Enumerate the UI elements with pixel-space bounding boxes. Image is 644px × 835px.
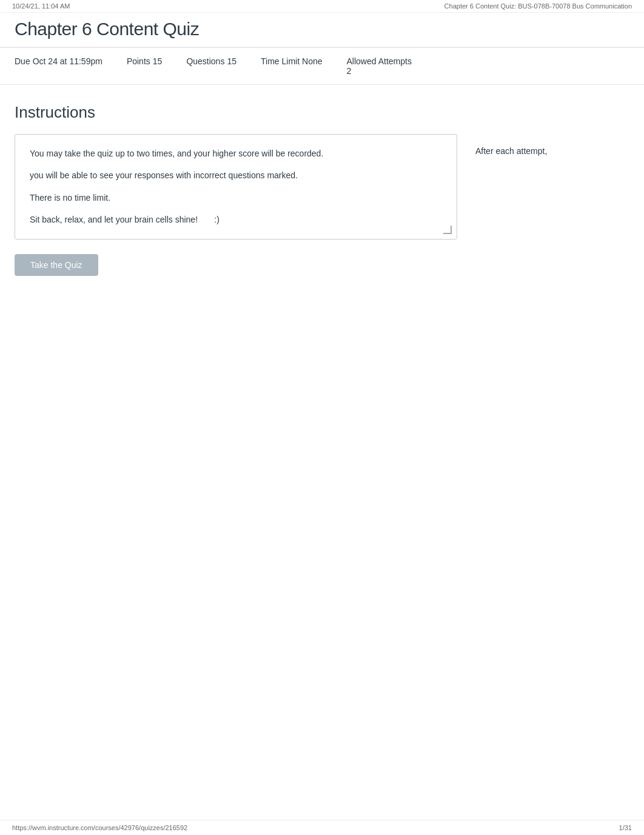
instructions-box: You may take the quiz up to two times, a…: [15, 134, 457, 240]
browser-bar: 10/24/21, 11:04 AM Chapter 6 Content Qui…: [0, 0, 644, 13]
points-label: Points: [127, 56, 150, 66]
points-value: 15: [153, 56, 163, 66]
points-item: Points 15: [127, 56, 163, 66]
time-limit-item: Time Limit None: [261, 56, 323, 66]
time-limit-label: Time Limit: [261, 56, 300, 66]
footer-pagination: 1/31: [619, 824, 632, 831]
instr-line-4: Sit back, relax, and let your brain cell…: [30, 213, 442, 226]
allowed-attempts-label: Allowed Attempts: [347, 56, 412, 66]
due-value: Oct 24 at 11:59pm: [33, 56, 102, 66]
questions-value: 15: [227, 56, 236, 66]
take-quiz-button-area: Take the Quiz: [15, 254, 644, 276]
instr-line-1: You may take the quiz up to two times, a…: [30, 147, 442, 160]
timestamp: 10/24/21, 11:04 AM: [12, 2, 70, 10]
footer-bar: https://wvm.instructure.com/courses/4297…: [0, 820, 644, 835]
due-label: Due: [15, 56, 30, 66]
allowed-attempts-line1: Allowed Attempts: [347, 56, 412, 66]
questions-label: Questions: [186, 56, 224, 66]
time-limit-value: None: [302, 56, 322, 66]
quiz-meta-bar: Due Oct 24 at 11:59pm Points 15 Question…: [0, 48, 644, 85]
instructions-heading: Instructions: [15, 103, 629, 122]
due-item: Due Oct 24 at 11:59pm: [15, 56, 102, 66]
tab-title: Chapter 6 Content Quiz: BUS-078B-70078 B…: [444, 2, 632, 10]
instr-line-3: There is no time limit.: [30, 191, 442, 204]
instructions-section: Instructions You may take the quiz up to…: [0, 85, 644, 240]
page-title: Chapter 6 Content Quiz: [15, 19, 629, 39]
allowed-attempts-value: 2: [347, 66, 412, 76]
after-attempt-note: After each attempt,: [475, 146, 547, 156]
footer-url: https://wvm.instructure.com/courses/4297…: [12, 824, 187, 831]
instr-line-2: you will be able to see your responses w…: [30, 169, 442, 182]
allowed-attempts-block: Allowed Attempts 2: [347, 56, 412, 76]
take-quiz-button[interactable]: Take the Quiz: [15, 254, 98, 276]
instructions-wrapper: You may take the quiz up to two times, a…: [15, 134, 629, 240]
page-title-bar: Chapter 6 Content Quiz: [0, 13, 644, 48]
questions-item: Questions 15: [186, 56, 236, 66]
